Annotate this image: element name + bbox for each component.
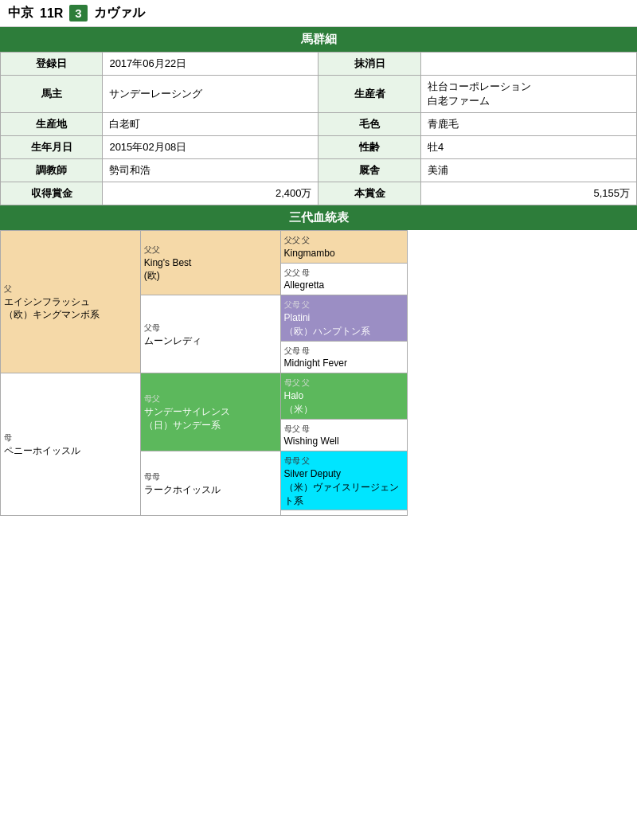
race-num-badge: 3 (69, 5, 87, 21)
pedigree-gen3-fff: 父父父Kingmambo (280, 231, 408, 264)
info-value: 社台コーポレーション白老ファーム (420, 76, 636, 113)
horse-name: カヴァル (94, 5, 145, 21)
pedigree-gen1-mother: 母ペニーホイッスル (1, 373, 141, 516)
info-section: 馬群細 登録日 2017年06月22日 抹消日 馬主 サンデーレーシング 生産者… (0, 27, 637, 205)
info-value: 勢司和浩 (103, 159, 318, 182)
info-value (420, 53, 636, 76)
info-label: 毛色 (318, 113, 420, 136)
pedigree-table: 父エイシンフラッシュ（欧）キングマンボ系父父King's Best(欧)父父父K… (0, 230, 637, 516)
info-label: 性齢 (318, 136, 420, 159)
pedigree-gen3-fmm: 父母母Midnight Fever (280, 341, 408, 373)
info-label: 本賞金 (318, 182, 420, 205)
pedigree-gen3-mmf: 母母父Silver Deputy（米）ヴァイスリージェント系 (280, 451, 408, 510)
pedigree-gen2-mm: 母母ラークホイッスル (140, 451, 280, 516)
pedigree-gen3-mff: 母父父Halo（米） (280, 373, 408, 419)
info-table: 登録日 2017年06月22日 抹消日 馬主 サンデーレーシング 生産者 社台コ… (0, 52, 637, 205)
pedigree-gen2-ff: 父父King's Best(欧) (140, 231, 280, 295)
info-value: 美浦 (420, 159, 636, 182)
race-round: 11R (40, 6, 63, 21)
info-value: 牡4 (420, 136, 636, 159)
info-value: 2,400万 (103, 182, 318, 205)
info-value: 5,155万 (420, 182, 636, 205)
info-label: 生産者 (318, 76, 420, 113)
pedigree-gen2-fm: 父母ムーンレディ (140, 295, 280, 373)
pedigree-gen3-mmm (280, 510, 408, 516)
info-label: 登録日 (1, 53, 103, 76)
info-value: 白老町 (103, 113, 318, 136)
pedigree-gen3-fmf: 父母父Platini（欧）ハンプトン系 (280, 295, 408, 341)
info-label: 馬主 (1, 76, 103, 113)
pedigree-section: 三代血統表 父エイシンフラッシュ（欧）キングマンボ系父父King's Best(… (0, 205, 637, 516)
race-place: 中京 (8, 5, 33, 21)
info-label: 収得賞金 (1, 182, 103, 205)
page-header: 中京 11R 3 カヴァル (0, 0, 637, 27)
pedigree-section-title: 三代血統表 (0, 205, 637, 230)
info-value: サンデーレーシング (103, 76, 318, 113)
info-section-title: 馬群細 (0, 27, 637, 52)
info-label: 厩舎 (318, 159, 420, 182)
info-label: 生産地 (1, 113, 103, 136)
info-label: 調教師 (1, 159, 103, 182)
pedigree-gen3-mfm: 母父母Wishing Well (280, 419, 408, 451)
info-label: 生年月日 (1, 136, 103, 159)
info-value: 2017年06月22日 (103, 53, 318, 76)
pedigree-gen2-mf: 母父サンデーサイレンス（日）サンデー系 (140, 373, 280, 451)
pedigree-gen3-ffm: 父父母Allegretta (280, 263, 408, 295)
pedigree-gen1-father: 父エイシンフラッシュ（欧）キングマンボ系 (1, 231, 141, 373)
info-value: 青鹿毛 (420, 113, 636, 136)
info-label: 抹消日 (318, 53, 420, 76)
info-value: 2015年02月08日 (103, 136, 318, 159)
